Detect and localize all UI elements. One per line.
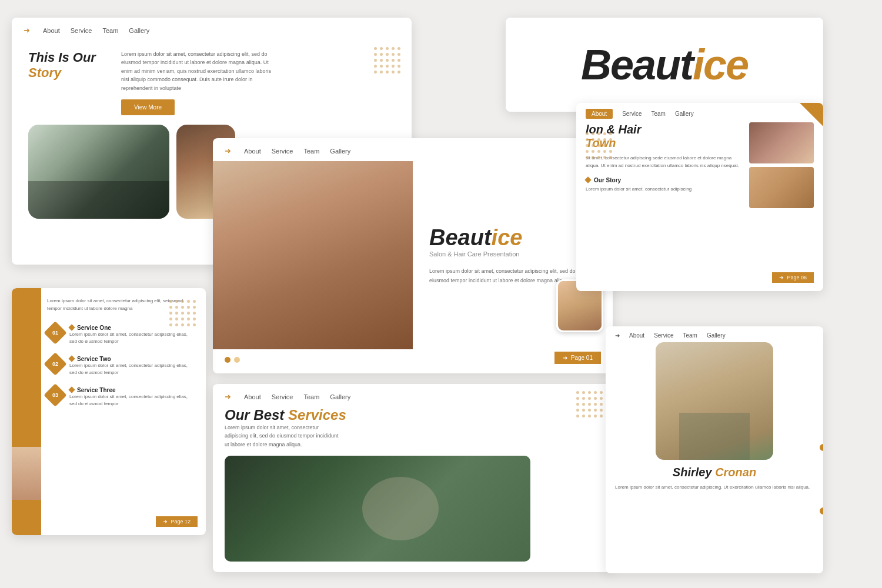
page-num-label: Page 01 [571,355,593,361]
service-text-1: Lorem ipsum dolor sit amet, consectetur … [69,331,196,345]
nav-about-s7[interactable]: About [629,332,644,339]
hair-brush-bg [749,122,814,163]
nav-arrow-s6: ➜ [225,392,231,401]
page-num-label-s5: Page 12 [171,519,191,524]
slide-best-services: ➜ About Service Team Gallery Our Best Se… [213,384,613,572]
service-num-3: 03 [44,383,67,407]
nav-team-s3[interactable]: Team [303,148,319,155]
slide6-title: Our Best Services [225,407,346,423]
hair-brush-image [749,122,814,163]
slide1-body: Lorem ipsum dolor sit amet, consectetur … [121,50,274,92]
page-num-label-s4: Page 06 [787,275,807,280]
service-diamond-3 [68,386,75,393]
salon-interior-image [28,125,169,219]
salon-services-bg [225,456,530,562]
hero-logo-p1: Beaut [429,225,492,250]
slide6-nav: ➜ About Service Team Gallery [213,384,613,407]
page-arrow-icon: ➜ [563,355,567,361]
gold-dot-accent-bottom [820,507,823,514]
hairdresser-bg [213,161,413,349]
nav-service-s7[interactable]: Service [654,332,673,339]
hair-wavy-bg [749,167,814,208]
slide-hero: ➜ About Service Team Gallery Beautice Sa… [213,138,613,373]
slide-logo: Beautice [506,18,823,112]
nav-arrow-icon: ➜ [24,26,30,35]
service-item-1: 01 Service One Lorem ipsum dolor sit ame… [47,325,196,345]
slide6-body-text: Lorem ipsum dolor sit amet, consectetur … [225,423,342,449]
team-portrait-image [656,342,773,460]
slide1-title-sub: Story [28,65,105,81]
nav-about-s6[interactable]: About [244,393,261,400]
nav-service-s6[interactable]: Service [272,393,293,400]
salon-services-image [225,456,530,562]
diamond-icon [584,176,591,183]
service-title-2: Service Two [69,356,196,362]
slide-services-list: Lorem ipsum dolor sit amet, consectetur … [12,288,206,535]
nav-about-s3[interactable]: About [244,148,261,155]
team-member-bio: Lorem ipsum dolor sit amet, consectetur … [606,484,823,492]
service-num-2: 02 [44,352,67,376]
slide-team-member: ➜ About Service Team Gallery Shirley Cro… [606,326,823,573]
nav-gallery-s6[interactable]: Gallery [330,393,350,400]
service-info-3: Service Three Lorem ipsum dolor sit amet… [69,387,196,407]
hero-tagline: Salon & Hair Care Presentation [429,250,596,258]
nav-gallery-s7[interactable]: Gallery [707,332,726,339]
slide4-images [749,122,814,208]
name-p1: Shirley [673,466,715,479]
slide3-nav: ➜ About Service Team Gallery [213,138,613,161]
nav-service-s4[interactable]: Service [622,111,642,117]
person-thumb-bg [12,447,41,500]
service-title-3: Service Three [69,387,196,393]
slide4-nav: About Service Team Gallery [576,103,823,122]
nav-team[interactable]: Team [102,27,118,34]
nav-about[interactable]: About [43,27,60,34]
nav-gallery-s4[interactable]: Gallery [675,111,694,117]
slide1-nav: ➜ About Service Team Gallery [12,18,412,41]
hero-logo: Beautice [429,225,596,250]
slide6-title-p1: Our Best [225,407,288,423]
dot-grid-s5 [169,300,196,327]
service-info-1: Service One Lorem ipsum dolor sit amet, … [69,325,196,345]
slide1-title-block: This Is Our Story [28,50,105,115]
dot-grid-s1 [374,47,401,74]
slide7-nav: ➜ About Service Team Gallery [606,326,823,342]
page-arrow-s5: ➜ [163,519,168,524]
hero-content-block: Beautice Salon & Hair Care Presentation … [213,161,613,349]
nav-team-s4[interactable]: Team [652,111,666,117]
service-text-2: Lorem ipsum dolor sit amet, consectetur … [69,362,196,376]
nav-about-active-s4[interactable]: About [586,109,613,119]
nav-service-s3[interactable]: Service [272,148,293,155]
slide-hair-town: About Service Team Gallery lon & Hair To… [576,103,823,291]
service-diamond-1 [68,324,75,330]
service-info-2: Service Two Lorem ipsum dolor sit amet, … [69,356,196,376]
story-badge: Our Story [586,177,743,183]
service-item-2: 02 Service Two Lorem ipsum dolor sit ame… [47,356,196,376]
dot-grid-s6 [576,391,603,418]
nav-team-s6[interactable]: Team [303,393,319,400]
nav-team-s7[interactable]: Team [683,332,697,339]
nav-service[interactable]: Service [71,27,92,34]
decorative-dots-s6 [576,391,603,418]
name-p2: Cronan [715,466,756,479]
dot-grid-s4 [586,132,613,159]
view-more-button[interactable]: View More [121,99,175,115]
team-member-name: Shirley Cronan [606,466,823,479]
gold-dot-accent-right [820,444,823,451]
dot-2 [234,357,240,363]
nav-gallery[interactable]: Gallery [129,27,149,34]
page-arrow-s4: ➜ [779,275,784,280]
corner-decoration [800,103,823,126]
service-num-1: 01 [44,321,67,345]
story-label: Our Story [594,177,621,183]
slide5-page-number: ➜ Page 12 [156,516,198,527]
service-diamond-2 [68,355,75,362]
nav-arrow-s7: ➜ [615,332,620,339]
service-text-3: Lorem ipsum dolor sit amet, consectetur … [69,393,196,407]
slide6-text-block: Our Best Services Lorem ipsum dolor sit … [225,407,346,449]
decorative-dots-s5 [169,300,196,327]
story-text: Lorem ipsum dolor sit amet, consectetur … [586,186,743,193]
logo-p2: ice [693,41,748,88]
person-thumbnail [12,447,41,500]
nav-gallery-s3[interactable]: Gallery [330,148,350,155]
two-dots-decoration [225,357,240,363]
